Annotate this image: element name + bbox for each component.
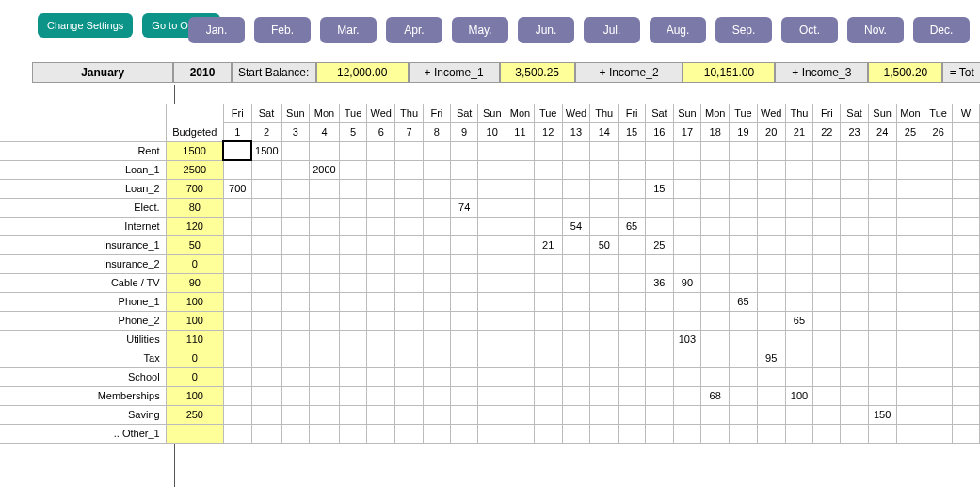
grid-cell[interactable] bbox=[841, 292, 868, 311]
grid-cell[interactable]: 21 bbox=[534, 235, 562, 254]
grid-cell[interactable] bbox=[701, 198, 730, 217]
grid-cell[interactable] bbox=[478, 330, 506, 349]
grid-cell[interactable] bbox=[868, 367, 896, 386]
grid-cell[interactable] bbox=[619, 273, 646, 292]
grid-cell[interactable] bbox=[423, 311, 450, 330]
grid-cell[interactable] bbox=[310, 179, 339, 198]
grid-cell[interactable] bbox=[223, 424, 251, 443]
grid-cell[interactable] bbox=[841, 273, 868, 292]
grid-cell[interactable] bbox=[506, 349, 535, 367]
grid-cell[interactable] bbox=[896, 160, 924, 179]
grid-cell[interactable] bbox=[701, 424, 730, 443]
grid-cell[interactable] bbox=[813, 254, 841, 273]
grid-cell[interactable] bbox=[450, 367, 477, 386]
grid-cell[interactable] bbox=[757, 292, 785, 311]
grid-cell[interactable] bbox=[506, 179, 535, 198]
grid-cell[interactable] bbox=[450, 217, 477, 235]
income2-value[interactable]: 10,151.00 bbox=[683, 62, 775, 83]
grid-cell[interactable] bbox=[646, 386, 673, 405]
grid-cell[interactable] bbox=[478, 292, 506, 311]
grid-cell[interactable] bbox=[813, 311, 841, 330]
month-tab-dec[interactable]: Dec. bbox=[913, 17, 970, 43]
grid-cell[interactable] bbox=[310, 217, 339, 235]
grid-cell[interactable]: 65 bbox=[730, 292, 758, 311]
expense-grid[interactable]: FriSatSunMonTueWedThuFriSatSunMonTueWedT… bbox=[0, 104, 980, 444]
grid-cell[interactable] bbox=[673, 349, 701, 367]
grid-cell[interactable] bbox=[534, 141, 562, 160]
grid-cell[interactable] bbox=[619, 198, 646, 217]
budget-cell[interactable]: 2500 bbox=[166, 160, 223, 179]
grid-cell[interactable] bbox=[310, 141, 339, 160]
budget-cell[interactable] bbox=[166, 424, 223, 443]
grid-cell[interactable] bbox=[310, 367, 339, 386]
grid-cell[interactable] bbox=[924, 386, 953, 405]
grid-cell[interactable] bbox=[730, 254, 758, 273]
grid-cell[interactable] bbox=[562, 141, 590, 160]
grid-cell[interactable] bbox=[339, 386, 367, 405]
grid-cell[interactable] bbox=[757, 330, 785, 349]
budget-cell[interactable]: 0 bbox=[166, 349, 223, 367]
grid-cell[interactable] bbox=[423, 386, 450, 405]
grid-cell[interactable] bbox=[730, 330, 758, 349]
grid-cell[interactable] bbox=[813, 386, 841, 405]
grid-cell[interactable] bbox=[757, 273, 785, 292]
grid-cell[interactable] bbox=[730, 160, 758, 179]
grid-cell[interactable] bbox=[251, 217, 281, 235]
grid-cell[interactable] bbox=[281, 141, 310, 160]
grid-cell[interactable] bbox=[701, 349, 730, 367]
grid-cell[interactable] bbox=[223, 141, 251, 160]
grid-cell[interactable] bbox=[562, 198, 590, 217]
grid-cell[interactable] bbox=[646, 367, 673, 386]
grid-cell[interactable] bbox=[506, 198, 535, 217]
grid-cell[interactable] bbox=[757, 160, 785, 179]
grid-cell[interactable] bbox=[339, 198, 367, 217]
grid-cell[interactable] bbox=[785, 405, 813, 424]
grid-cell[interactable] bbox=[868, 179, 896, 198]
grid-cell[interactable] bbox=[310, 198, 339, 217]
grid-cell[interactable] bbox=[562, 292, 590, 311]
grid-cell[interactable] bbox=[673, 141, 701, 160]
grid-cell[interactable] bbox=[534, 273, 562, 292]
grid-cell[interactable] bbox=[423, 217, 450, 235]
grid-cell[interactable] bbox=[423, 141, 450, 160]
grid-cell[interactable] bbox=[506, 273, 535, 292]
grid-cell[interactable] bbox=[590, 179, 619, 198]
grid-cell[interactable] bbox=[730, 273, 758, 292]
grid-cell[interactable] bbox=[395, 198, 424, 217]
grid-cell[interactable] bbox=[673, 217, 701, 235]
grid-cell[interactable] bbox=[924, 198, 953, 217]
grid-cell[interactable] bbox=[534, 311, 562, 330]
grid-cell[interactable] bbox=[223, 198, 251, 217]
grid-cell[interactable] bbox=[506, 405, 535, 424]
grid-cell[interactable] bbox=[730, 235, 758, 254]
grid-cell[interactable] bbox=[813, 141, 841, 160]
grid-cell[interactable] bbox=[590, 198, 619, 217]
grid-cell[interactable] bbox=[813, 367, 841, 386]
grid-cell[interactable] bbox=[785, 198, 813, 217]
start-balance-value[interactable]: 12,000.00 bbox=[316, 62, 409, 83]
grid-cell[interactable] bbox=[310, 349, 339, 367]
grid-cell[interactable] bbox=[534, 367, 562, 386]
grid-cell[interactable] bbox=[506, 254, 535, 273]
grid-cell[interactable] bbox=[619, 386, 646, 405]
grid-cell[interactable] bbox=[924, 292, 953, 311]
grid-cell[interactable] bbox=[813, 292, 841, 311]
grid-cell[interactable] bbox=[730, 311, 758, 330]
grid-cell[interactable] bbox=[590, 386, 619, 405]
grid-cell[interactable] bbox=[924, 367, 953, 386]
grid-cell[interactable] bbox=[310, 273, 339, 292]
grid-cell[interactable] bbox=[896, 424, 924, 443]
grid-cell[interactable]: 74 bbox=[450, 198, 477, 217]
grid-cell[interactable] bbox=[646, 349, 673, 367]
month-tab-mar[interactable]: Mar. bbox=[320, 17, 377, 43]
grid-cell[interactable] bbox=[952, 179, 979, 198]
month-tab-nov[interactable]: Nov. bbox=[847, 17, 904, 43]
grid-cell[interactable] bbox=[367, 273, 395, 292]
grid-cell[interactable] bbox=[952, 254, 979, 273]
grid-cell[interactable] bbox=[395, 141, 424, 160]
grid-cell[interactable] bbox=[506, 311, 535, 330]
grid-cell[interactable] bbox=[868, 349, 896, 367]
grid-cell[interactable] bbox=[701, 405, 730, 424]
grid-cell[interactable] bbox=[673, 160, 701, 179]
grid-cell[interactable] bbox=[841, 349, 868, 367]
